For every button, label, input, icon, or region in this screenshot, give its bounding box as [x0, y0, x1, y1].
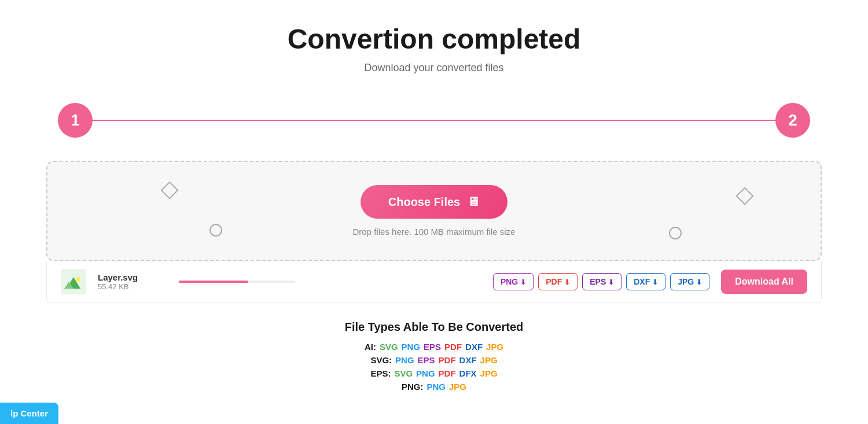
file-type-row-eps: EPS: SVG PNG PDF DFX JPG: [46, 368, 822, 378]
download-png-button[interactable]: PNG: [493, 273, 534, 290]
ft-svg-pdf: PDF: [439, 355, 456, 365]
download-dxf-button[interactable]: DXF: [626, 273, 665, 290]
ft-png-jpg: JPG: [449, 382, 466, 392]
circle-decoration-bl: [209, 224, 222, 237]
choose-files-label: Choose Files: [388, 196, 460, 209]
ft-label-eps: EPS:: [370, 368, 391, 378]
format-buttons: PNG PDF EPS DXF JPG: [493, 273, 709, 290]
download-pdf-button[interactable]: PDF: [538, 273, 578, 290]
monitor-icon: 🖥: [467, 194, 480, 209]
file-progress: [179, 281, 481, 283]
download-jpg-button[interactable]: JPG: [670, 273, 709, 290]
file-type-row-ai: AI: SVG PNG EPS PDF DXF JPG: [46, 342, 822, 352]
ft-label-ai: AI:: [365, 342, 376, 352]
file-types-title: File Types Able To Be Converted: [46, 320, 822, 334]
ft-svg-dxf: DXF: [459, 355, 477, 365]
eps-download-icon: [608, 277, 614, 286]
ft-eps-dfx: DFX: [459, 368, 477, 378]
help-center-tab[interactable]: lp Center: [0, 403, 58, 424]
diamond-decoration-tl: [160, 181, 178, 199]
ft-svg-eps: EPS: [418, 355, 435, 365]
circle-decoration-br: [669, 227, 682, 239]
download-all-button[interactable]: Download All: [721, 270, 807, 294]
ft-ai-svg: SVG: [380, 342, 398, 352]
file-type-row-svg: SVG: PNG EPS PDF DXF JPG: [46, 355, 822, 365]
page-title: Convertion completed: [46, 23, 822, 55]
ft-png-png: PNG: [426, 382, 446, 392]
png-download-icon: [520, 277, 526, 286]
diamond-decoration-tr: [735, 187, 753, 205]
step-1-circle: 1: [58, 103, 93, 138]
file-thumbnail-icon: [61, 269, 86, 294]
file-size: 55.42 KB: [98, 282, 167, 291]
dropzone: Choose Files 🖥 Drop files here. 100 MB m…: [46, 161, 822, 261]
download-eps-button[interactable]: EPS: [582, 273, 621, 290]
file-type-row-png: PNG: PNG JPG: [46, 382, 822, 392]
ft-eps-pdf: PDF: [439, 368, 456, 378]
jpg-download-icon: [696, 277, 702, 286]
choose-files-button[interactable]: Choose Files 🖥: [361, 185, 507, 219]
ft-ai-eps: EPS: [424, 342, 441, 352]
ft-label-png: PNG:: [402, 382, 424, 392]
step-indicator: 1 2: [58, 103, 810, 138]
ft-label-svg: SVG:: [370, 355, 392, 365]
svg-point-3: [76, 277, 80, 282]
ft-eps-jpg: JPG: [480, 368, 498, 378]
step-line: [90, 120, 778, 121]
file-row: Layer.svg 55.42 KB PNG PDF EPS DXF JPG D…: [46, 261, 822, 303]
ft-ai-jpg: JPG: [486, 342, 503, 352]
step-2-circle: 2: [775, 103, 810, 138]
file-types-section: File Types Able To Be Converted AI: SVG …: [46, 320, 822, 392]
file-name: Layer.svg: [98, 272, 167, 282]
ft-svg-jpg: JPG: [480, 355, 498, 365]
progress-bar-background: [179, 281, 295, 283]
ft-eps-svg: SVG: [394, 368, 413, 378]
dxf-download-icon: [652, 277, 658, 286]
drop-hint: Drop files here. 100 MB maximum file siz…: [353, 227, 516, 237]
ft-eps-png: PNG: [416, 368, 435, 378]
progress-bar-fill: [179, 281, 248, 283]
ft-svg-png: PNG: [395, 355, 414, 365]
page-subtitle: Download your converted files: [46, 62, 822, 74]
ft-ai-pdf: PDF: [444, 342, 462, 352]
ft-ai-png: PNG: [402, 342, 421, 352]
ft-ai-dxf: DXF: [465, 342, 483, 352]
file-info: Layer.svg 55.42 KB: [98, 272, 167, 291]
pdf-download-icon: [564, 277, 570, 286]
